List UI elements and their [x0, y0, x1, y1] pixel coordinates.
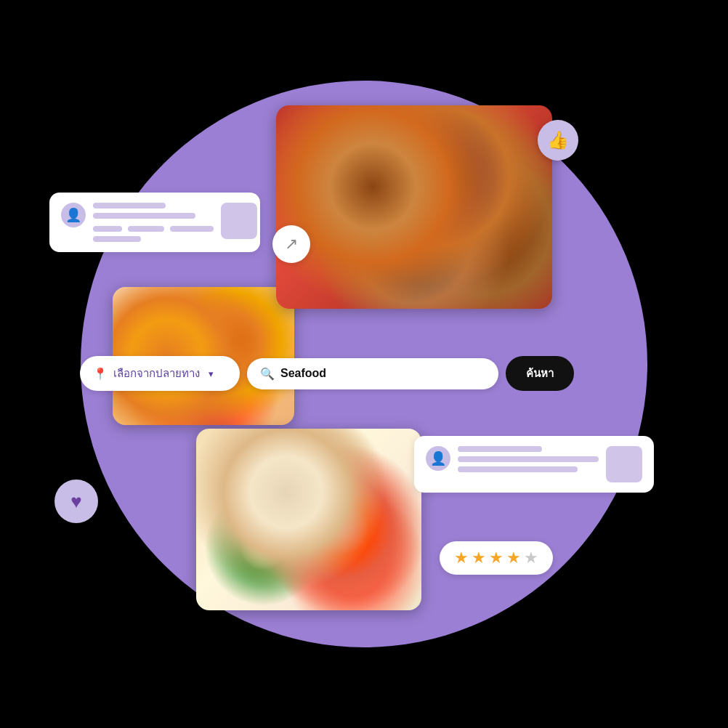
text-line-b3: [458, 466, 578, 472]
chevron-down-icon: ▾: [209, 368, 214, 379]
search-input-pill[interactable]: 🔍 Seafood: [247, 358, 498, 389]
heart-icon: ♥: [70, 490, 81, 513]
card-thumbnail-bottom: [606, 446, 642, 482]
text-line-3: [93, 226, 122, 232]
user-card-bottom: 👤: [414, 436, 654, 493]
shrimp-food-card[interactable]: [196, 429, 421, 610]
text-line-4: [128, 226, 164, 232]
star-1: ★: [454, 549, 469, 567]
card-row-bottom: 👤: [426, 446, 642, 482]
rating-card: ★ ★ ★ ★ ★: [440, 541, 553, 575]
location-text: เลือกจากปลายทาง: [113, 365, 200, 382]
card-lines-bottom: [458, 446, 599, 472]
card-thumbnail-top: [221, 203, 257, 239]
scallop-food-card[interactable]: [276, 105, 552, 309]
search-icon: 🔍: [260, 367, 275, 381]
star-3: ★: [489, 549, 503, 567]
text-line-6: [93, 236, 141, 242]
share-icon: ↗: [285, 235, 298, 254]
star-5: ★: [524, 549, 538, 567]
text-line-5: [170, 226, 214, 232]
avatar-top: 👤: [61, 203, 86, 227]
user-icon-bottom: 👤: [430, 450, 446, 466]
location-selector[interactable]: 📍 เลือกจากปลายทาง ▾: [80, 356, 240, 391]
scallop-image: [276, 105, 552, 309]
search-text[interactable]: Seafood: [280, 367, 326, 380]
shrimp-image: [196, 429, 421, 610]
star-2: ★: [472, 549, 486, 567]
avatar-bottom: 👤: [426, 446, 450, 471]
search-bar: 📍 เลือกจากปลายทาง ▾ 🔍 Seafood ค้นหา: [80, 356, 574, 391]
text-line-b2: [458, 456, 599, 462]
thumbsup-icon: 👍: [547, 130, 569, 150]
text-line-b1: [458, 446, 542, 452]
user-card-top: 👤: [49, 193, 260, 252]
user-icon-top: 👤: [65, 207, 81, 223]
card-lines-top: [93, 203, 214, 242]
search-button[interactable]: ค้นหา: [506, 356, 574, 391]
scene: 👤 ↗ 👍 📍 เลือกจากปลายทาง ▾: [0, 0, 728, 728]
text-line-1: [93, 203, 166, 209]
card-row-top: 👤: [61, 203, 248, 242]
share-button[interactable]: ↗: [272, 225, 310, 263]
text-line-2: [93, 213, 195, 219]
location-pin-icon: 📍: [93, 367, 108, 381]
star-4: ★: [506, 549, 521, 567]
like-button[interactable]: 👍: [538, 120, 578, 161]
heart-button[interactable]: ♥: [54, 480, 98, 523]
